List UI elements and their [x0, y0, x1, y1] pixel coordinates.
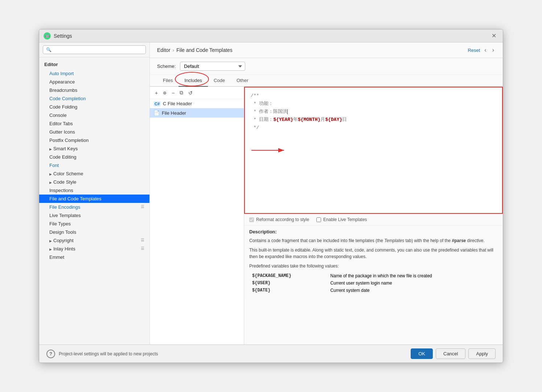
sidebar-item-smart-keys[interactable]: Smart Keys — [39, 144, 149, 153]
sidebar-item-live-templates[interactable]: Live Templates — [39, 211, 149, 220]
sidebar-item-console[interactable]: Console — [39, 111, 149, 119]
breadcrumb-current: File and Code Templates — [176, 47, 233, 53]
table-row: ${PACKAGE_NAME} Name of the package in w… — [249, 272, 498, 279]
file-list-panel: + ⊕ − ⧉ ↺ C# C File Header 📄 File — [150, 87, 244, 344]
sidebar-item-file-and-code-templates[interactable]: File and Code Templates — [39, 195, 149, 203]
search-icon: 🔍 — [46, 47, 52, 52]
sidebar-item-color-scheme[interactable]: Color Scheme — [39, 170, 149, 178]
variables-table: ${PACKAGE_NAME} Name of the package in w… — [249, 272, 498, 294]
table-row: ${DATE} Current system date — [249, 287, 498, 294]
code-line-4: * 日期：${YEAR}年${MONTH}月${DAY}日 — [251, 116, 496, 124]
close-button[interactable]: ✕ — [489, 32, 498, 40]
code-line-3: * 作者：陈国洪 — [251, 108, 496, 116]
code-line-1: /** — [251, 92, 496, 100]
title-bar-left: 🤖 Settings — [44, 32, 72, 40]
sidebar-section-editor: Editor — [39, 60, 149, 69]
options-row: Reformat according to style Enable Live … — [244, 214, 503, 225]
sidebar-item-copyright[interactable]: Copyright ☰ — [39, 236, 149, 245]
description-para-1: Contains a code fragment that can be inc… — [249, 237, 498, 244]
table-row: ${USER} Current user system login name — [249, 279, 498, 287]
file-item-file-header[interactable]: 📄 File Header — [150, 108, 244, 118]
live-templates-label: Enable Live Templates — [323, 217, 367, 222]
sidebar-item-code-editing[interactable]: Code Editing — [39, 153, 149, 161]
sidebar-item-appearance[interactable]: Appearance — [39, 78, 149, 86]
add-button[interactable]: + — [153, 89, 160, 97]
scheme-label: Scheme: — [157, 64, 176, 69]
file-toolbar: + ⊕ − ⧉ ↺ — [150, 87, 244, 99]
code-line-5: */ — [251, 124, 496, 132]
sidebar-item-auto-import[interactable]: Auto Import — [39, 69, 149, 78]
copy-button[interactable]: ⧉ — [177, 88, 185, 97]
sidebar-item-file-types[interactable]: File Types — [39, 220, 149, 228]
var-name-user: ${USER} — [249, 279, 328, 287]
tab-includes[interactable]: Includes — [178, 75, 208, 87]
settings-icon-copyright: ☰ — [141, 238, 144, 242]
tab-other[interactable]: Other — [231, 75, 254, 87]
file-item-c-label: C File Header — [163, 101, 192, 106]
bottom-left: ? Project-level settings will be applied… — [46, 350, 158, 358]
sidebar-item-gutter-icons[interactable]: Gutter Icons — [39, 128, 149, 136]
main-content: 🔍 Editor Auto Import Appearance Breadcru… — [39, 42, 503, 344]
var-desc-package: Name of the package in which the new fil… — [328, 272, 498, 279]
file-list: C# C File Header 📄 File Header — [150, 99, 244, 344]
add-copy-button[interactable]: ⊕ — [161, 89, 169, 97]
reformat-checkbox[interactable] — [249, 217, 254, 222]
reset-button[interactable]: Reset — [468, 48, 480, 53]
breadcrumb: Editor › File and Code Templates — [157, 47, 233, 53]
file-item-c-header[interactable]: C# C File Header — [150, 99, 244, 108]
tabs-row: Files Includes Code Other — [150, 75, 503, 87]
cursor — [287, 109, 288, 114]
live-templates-checkbox[interactable] — [316, 217, 321, 222]
android-icon: 🤖 — [44, 32, 51, 40]
reset-button[interactable]: ↺ — [186, 89, 195, 97]
sidebar-item-design-tools[interactable]: Design Tools — [39, 228, 149, 236]
scheme-row: Scheme: Default — [150, 58, 503, 75]
back-button[interactable]: ‹ — [483, 46, 488, 54]
breadcrumb-sep: › — [173, 47, 174, 53]
search-input[interactable] — [53, 47, 143, 52]
live-templates-checkbox-label[interactable]: Enable Live Templates — [316, 217, 367, 222]
apply-button[interactable]: Apply — [468, 348, 496, 359]
reformat-label: Reformat according to style — [256, 217, 309, 222]
sidebar-item-editor-tabs[interactable]: Editor Tabs — [39, 119, 149, 128]
content-area: Editor › File and Code Templates Reset ‹… — [150, 42, 503, 344]
bottom-bar: ? Project-level settings will be applied… — [39, 344, 503, 363]
ok-button[interactable]: OK — [411, 348, 433, 359]
code-editor[interactable]: /** * 功能： * 作者：陈国洪 * 日期：${YEAR}年${MONTH}… — [244, 87, 503, 214]
sidebar-item-inspections[interactable]: Inspections — [39, 186, 149, 195]
reformat-checkbox-label[interactable]: Reformat according to style — [249, 217, 309, 222]
search-box[interactable]: 🔍 — [43, 45, 146, 54]
sidebar-item-font[interactable]: Font — [39, 161, 149, 170]
sidebar-item-code-style[interactable]: Code Style — [39, 178, 149, 186]
sidebar: 🔍 Editor Auto Import Appearance Breadcru… — [39, 42, 150, 344]
cancel-button[interactable]: Cancel — [436, 348, 465, 359]
sidebar-item-postfix-completion[interactable]: Postfix Completion — [39, 136, 149, 144]
c-file-icon: C# — [153, 101, 161, 106]
help-button[interactable]: ? — [46, 350, 55, 358]
sidebar-item-inlay-hints[interactable]: Inlay Hints ☰ — [39, 245, 149, 253]
code-line-2: * 功能： — [251, 100, 496, 108]
sidebar-item-emmet[interactable]: Emmet — [39, 253, 149, 261]
sidebar-item-file-encodings[interactable]: File Encodings ☰ — [39, 203, 149, 211]
scheme-select[interactable]: Default — [180, 62, 245, 71]
var-name-package: ${PACKAGE_NAME} — [249, 272, 328, 279]
window-title: Settings — [54, 33, 72, 39]
tab-content: + ⊕ − ⧉ ↺ C# C File Header 📄 File — [150, 87, 503, 344]
tab-files[interactable]: Files — [157, 75, 178, 87]
description-para-2: This built-in template is editable. Alon… — [249, 247, 498, 260]
sidebar-item-code-completion[interactable]: Code Completion — [39, 94, 149, 103]
description-title: Description: — [249, 229, 498, 234]
content-header: Editor › File and Code Templates Reset ‹… — [150, 42, 503, 58]
description-panel: Description: Contains a code fragment th… — [244, 225, 503, 298]
forward-button[interactable]: › — [491, 46, 496, 54]
settings-window: 🤖 Settings ✕ 🔍 Editor Auto Import Appear… — [39, 29, 503, 363]
breadcrumb-parent: Editor — [157, 47, 171, 53]
status-text: Project-level settings will be applied t… — [59, 351, 158, 356]
remove-button[interactable]: − — [169, 89, 177, 97]
settings-icon-file-encodings: ☰ — [141, 204, 144, 209]
sidebar-item-breadcrumbs[interactable]: Breadcrumbs — [39, 86, 149, 94]
tab-code[interactable]: Code — [208, 75, 231, 87]
file-header-icon: 📄 — [153, 110, 160, 116]
title-bar: 🤖 Settings ✕ — [39, 29, 503, 42]
sidebar-item-code-folding[interactable]: Code Folding — [39, 103, 149, 111]
